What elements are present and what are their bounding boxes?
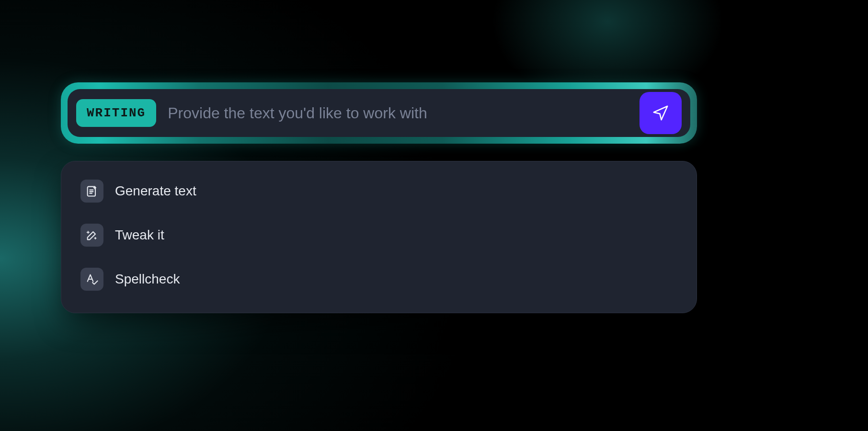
send-button[interactable] (640, 92, 682, 134)
magic-wand-icon (80, 224, 103, 247)
suggestion-generate-text[interactable]: Generate text (80, 180, 196, 203)
suggestion-label: Tweak it (115, 227, 164, 243)
send-icon (651, 104, 670, 122)
suggestion-spellcheck[interactable]: Spellcheck (80, 268, 180, 291)
spellcheck-icon (80, 268, 103, 291)
suggestion-label: Spellcheck (115, 272, 180, 287)
prompt-bar-frame: WRITING (61, 82, 697, 144)
prompt-input[interactable] (168, 104, 628, 122)
suggestion-tweak-it[interactable]: Tweak it (80, 224, 164, 247)
suggestions-panel: Generate text Tweak it Spellcheck (61, 161, 697, 313)
mode-badge: WRITING (76, 99, 156, 127)
document-plus-icon (80, 180, 103, 203)
suggestion-label: Generate text (115, 183, 196, 199)
prompt-bar: WRITING (68, 89, 690, 137)
